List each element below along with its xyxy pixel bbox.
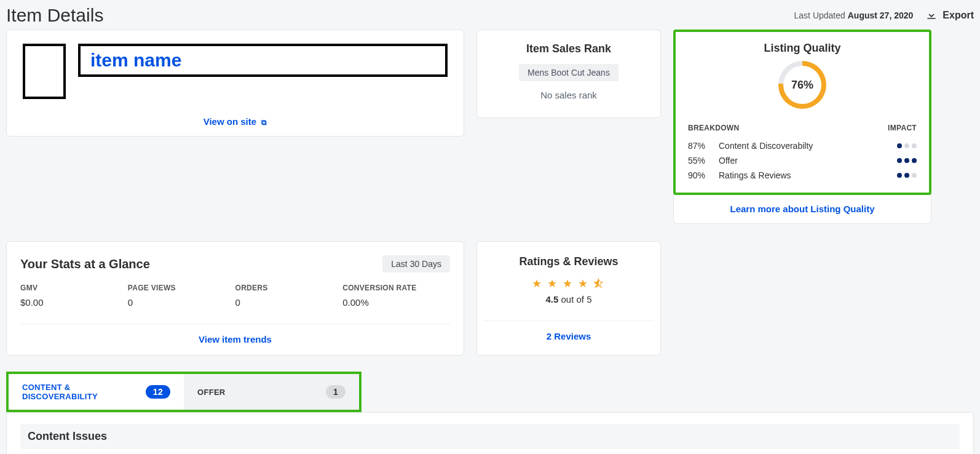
- learn-more-quality-link[interactable]: Learn more about Listing Quality: [730, 204, 874, 214]
- breakdown-row: 90% Ratings & Reviews: [688, 168, 917, 183]
- breakdown-label: BREAKDOWN: [688, 124, 739, 132]
- stat-value: $0.00: [20, 297, 128, 308]
- content-issues-panel: Content Issues ATTRIBUTE ISSUES SCORE AC…: [6, 412, 974, 454]
- export-button[interactable]: Export: [925, 9, 974, 22]
- page-title: Item Details: [6, 5, 103, 26]
- breakdown-pct: 90%: [688, 170, 719, 180]
- breakdown-label-text: Offer: [719, 156, 897, 165]
- view-on-site-label: View on site: [204, 116, 256, 127]
- sales-rank-title: Item Sales Rank: [483, 42, 654, 55]
- sales-rank-value: No sales rank: [483, 90, 654, 100]
- breakdown-row: 87% Content & Discoverabilty: [688, 138, 917, 153]
- impact-dots: [897, 173, 917, 178]
- download-icon: [925, 9, 938, 22]
- breakdown-pct: 87%: [688, 141, 719, 151]
- star-icons: ★ ★ ★ ★ ⯪: [483, 277, 654, 290]
- breakdown-label-text: Content & Discoverabilty: [719, 141, 897, 151]
- last-updated-label: Last Updated: [794, 10, 845, 20]
- sales-rank-card: Item Sales Rank Mens Boot Cut Jeans No s…: [476, 30, 661, 118]
- stat-label: GMV: [20, 284, 128, 292]
- ratings-title: Ratings & Reviews: [483, 255, 654, 268]
- external-link-icon: ⧉: [261, 118, 267, 127]
- item-name-box: item name: [78, 44, 448, 77]
- tab-badge: 1: [326, 385, 346, 399]
- breakdown-pct: 55%: [688, 156, 719, 165]
- listing-quality-column: Listing Quality 76% BREAKDOWN IMPACT 87%…: [673, 30, 931, 224]
- listing-quality-title: Listing Quality: [688, 42, 917, 55]
- breakdown-row: 55% Offer: [688, 153, 917, 168]
- stat-label: PAGE VIEWS: [128, 284, 235, 292]
- quality-percent: 76%: [791, 79, 813, 92]
- item-thumbnail: [23, 44, 66, 99]
- stats-card: Your Stats at a Glance Last 30 Days GMV …: [6, 241, 464, 356]
- stat-value: 0: [128, 297, 235, 308]
- item-summary-card: item name View on site ⧉: [6, 30, 464, 137]
- reviews-link[interactable]: 2 Reviews: [547, 331, 591, 341]
- stat-gmv: GMV $0.00: [20, 284, 128, 308]
- tab-label: OFFER: [197, 388, 226, 397]
- tab-label: CONTENT & DISCOVERABILITY: [22, 383, 146, 401]
- listing-quality-card: Listing Quality 76% BREAKDOWN IMPACT 87%…: [673, 30, 931, 195]
- stat-conversion: CONVERSION RATE 0.00%: [342, 284, 450, 308]
- quality-gauge: 76%: [778, 61, 826, 109]
- stats-title: Your Stats at a Glance: [20, 257, 150, 271]
- stat-value: 0: [235, 297, 343, 308]
- stat-pageviews: PAGE VIEWS 0: [128, 284, 235, 308]
- impact-dots: [897, 158, 917, 163]
- tab-offer[interactable]: OFFER 1: [184, 374, 359, 410]
- rating-text: 4.5 out of 5: [483, 294, 654, 305]
- export-label: Export: [942, 10, 974, 21]
- impact-dots: [897, 143, 917, 148]
- stat-value: 0.00%: [342, 297, 450, 308]
- tabs: CONTENT & DISCOVERABILITY 12 OFFER 1: [6, 372, 362, 412]
- last-updated: Last Updated August 27, 2020: [794, 10, 914, 20]
- stat-label: ORDERS: [235, 284, 343, 292]
- rating-score: 4.5: [545, 294, 558, 305]
- sales-rank-category: Mens Boot Cut Jeans: [519, 64, 618, 81]
- last-updated-date: August 27, 2020: [848, 10, 914, 20]
- view-on-site-link[interactable]: View on site ⧉: [204, 116, 267, 127]
- tab-content-discoverability[interactable]: CONTENT & DISCOVERABILITY 12: [9, 374, 184, 410]
- ratings-card: Ratings & Reviews ★ ★ ★ ★ ⯪ 4.5 out of 5…: [476, 241, 661, 356]
- stat-label: CONVERSION RATE: [342, 284, 450, 292]
- stat-orders: ORDERS 0: [235, 284, 343, 308]
- content-issues-title: Content Issues: [20, 424, 960, 449]
- impact-label: IMPACT: [888, 124, 917, 132]
- stats-period: Last 30 Days: [382, 255, 450, 273]
- item-name: item name: [90, 50, 181, 71]
- rating-outof: out of 5: [558, 294, 591, 305]
- tab-badge: 12: [146, 385, 170, 399]
- breakdown-label-text: Ratings & Reviews: [719, 170, 897, 180]
- view-item-trends-link[interactable]: View item trends: [199, 334, 272, 344]
